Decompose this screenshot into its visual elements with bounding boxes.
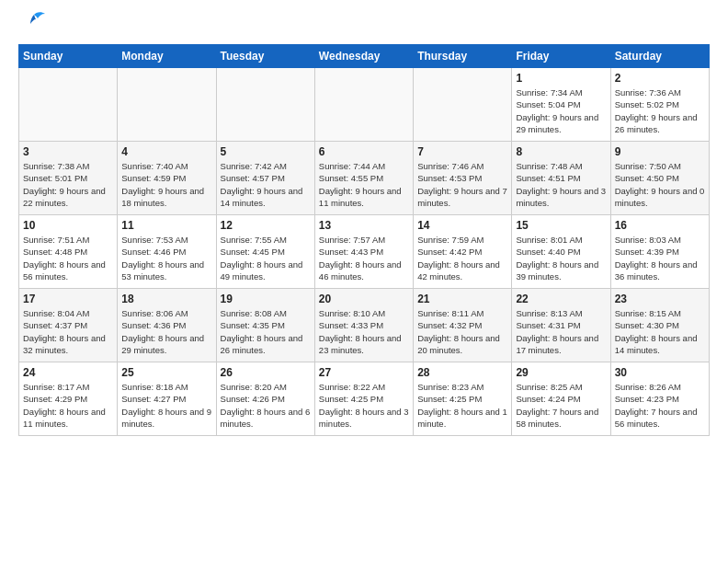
calendar-cell: 15Sunrise: 8:01 AM Sunset: 4:40 PM Dayli… xyxy=(512,215,610,289)
day-number: 9 xyxy=(615,145,705,158)
day-info: Sunrise: 7:46 AM Sunset: 4:53 PM Dayligh… xyxy=(417,160,507,209)
calendar-cell: 24Sunrise: 8:17 AM Sunset: 4:29 PM Dayli… xyxy=(19,362,118,436)
col-tuesday: Tuesday xyxy=(216,45,314,68)
day-info: Sunrise: 8:26 AM Sunset: 4:23 PM Dayligh… xyxy=(615,381,705,430)
day-info: Sunrise: 8:08 AM Sunset: 4:35 PM Dayligh… xyxy=(221,307,311,356)
calendar-cell xyxy=(216,68,314,142)
calendar-week-2: 3Sunrise: 7:38 AM Sunset: 5:01 PM Daylig… xyxy=(19,142,710,215)
calendar-cell: 6Sunrise: 7:44 AM Sunset: 4:55 PM Daylig… xyxy=(314,142,413,215)
calendar-cell: 18Sunrise: 8:06 AM Sunset: 4:36 PM Dayli… xyxy=(118,289,216,362)
day-number: 26 xyxy=(221,366,311,379)
calendar-cell: 25Sunrise: 8:18 AM Sunset: 4:27 PM Dayli… xyxy=(118,362,216,436)
calendar-cell xyxy=(314,68,413,142)
calendar-cell: 7Sunrise: 7:46 AM Sunset: 4:53 PM Daylig… xyxy=(414,142,512,215)
calendar-week-3: 10Sunrise: 7:51 AM Sunset: 4:48 PM Dayli… xyxy=(19,215,710,289)
page: Sunday Monday Tuesday Wednesday Thursday… xyxy=(0,0,728,445)
col-saturday: Saturday xyxy=(610,45,709,68)
day-number: 5 xyxy=(221,145,311,158)
day-info: Sunrise: 7:48 AM Sunset: 4:51 PM Dayligh… xyxy=(516,160,606,209)
day-info: Sunrise: 7:38 AM Sunset: 5:01 PM Dayligh… xyxy=(23,160,113,209)
day-info: Sunrise: 7:59 AM Sunset: 4:42 PM Dayligh… xyxy=(417,234,507,282)
day-number: 17 xyxy=(23,293,113,305)
day-info: Sunrise: 8:22 AM Sunset: 4:25 PM Dayligh… xyxy=(319,381,409,430)
day-info: Sunrise: 8:10 AM Sunset: 4:33 PM Dayligh… xyxy=(319,307,409,356)
day-number: 29 xyxy=(516,366,606,379)
day-number: 28 xyxy=(417,366,507,379)
day-number: 6 xyxy=(319,145,409,158)
day-number: 21 xyxy=(417,293,507,305)
day-number: 14 xyxy=(417,219,507,232)
day-number: 4 xyxy=(121,145,211,158)
calendar-cell: 10Sunrise: 7:51 AM Sunset: 4:48 PM Dayli… xyxy=(19,215,118,289)
calendar-cell: 8Sunrise: 7:48 AM Sunset: 4:51 PM Daylig… xyxy=(512,142,610,215)
calendar-table: Sunday Monday Tuesday Wednesday Thursday… xyxy=(18,44,710,436)
calendar-cell: 5Sunrise: 7:42 AM Sunset: 4:57 PM Daylig… xyxy=(216,142,314,215)
day-info: Sunrise: 8:01 AM Sunset: 4:40 PM Dayligh… xyxy=(516,234,606,282)
day-number: 15 xyxy=(516,219,606,232)
day-info: Sunrise: 7:55 AM Sunset: 4:45 PM Dayligh… xyxy=(221,234,311,282)
day-number: 22 xyxy=(516,293,606,305)
day-number: 30 xyxy=(615,366,705,379)
col-thursday: Thursday xyxy=(414,45,512,68)
day-number: 8 xyxy=(516,145,606,158)
calendar-cell: 17Sunrise: 8:04 AM Sunset: 4:37 PM Dayli… xyxy=(19,289,118,362)
calendar-cell: 23Sunrise: 8:15 AM Sunset: 4:30 PM Dayli… xyxy=(610,289,709,362)
day-info: Sunrise: 8:03 AM Sunset: 4:39 PM Dayligh… xyxy=(615,234,705,282)
calendar-cell: 11Sunrise: 7:53 AM Sunset: 4:46 PM Dayli… xyxy=(118,215,216,289)
calendar-cell: 14Sunrise: 7:59 AM Sunset: 4:42 PM Dayli… xyxy=(414,215,512,289)
day-number: 18 xyxy=(121,293,211,305)
calendar-cell: 26Sunrise: 8:20 AM Sunset: 4:26 PM Dayli… xyxy=(216,362,314,436)
day-info: Sunrise: 7:42 AM Sunset: 4:57 PM Dayligh… xyxy=(221,160,311,209)
calendar-cell xyxy=(414,68,512,142)
calendar-cell: 2Sunrise: 7:36 AM Sunset: 5:02 PM Daylig… xyxy=(610,68,709,142)
calendar-cell: 13Sunrise: 7:57 AM Sunset: 4:43 PM Dayli… xyxy=(314,215,413,289)
day-info: Sunrise: 7:34 AM Sunset: 5:04 PM Dayligh… xyxy=(516,86,606,135)
day-info: Sunrise: 7:44 AM Sunset: 4:55 PM Dayligh… xyxy=(319,160,409,209)
day-number: 1 xyxy=(516,72,606,85)
calendar-cell: 9Sunrise: 7:50 AM Sunset: 4:50 PM Daylig… xyxy=(610,142,709,215)
day-info: Sunrise: 8:20 AM Sunset: 4:26 PM Dayligh… xyxy=(221,381,311,430)
day-number: 13 xyxy=(319,219,409,232)
day-info: Sunrise: 7:57 AM Sunset: 4:43 PM Dayligh… xyxy=(319,234,409,282)
day-info: Sunrise: 8:25 AM Sunset: 4:24 PM Dayligh… xyxy=(516,381,606,430)
day-number: 24 xyxy=(23,366,113,379)
day-info: Sunrise: 7:50 AM Sunset: 4:50 PM Dayligh… xyxy=(615,160,705,209)
day-number: 19 xyxy=(221,293,311,305)
day-number: 25 xyxy=(121,366,211,379)
calendar-week-1: 1Sunrise: 7:34 AM Sunset: 5:04 PM Daylig… xyxy=(19,68,710,142)
day-number: 10 xyxy=(23,219,113,232)
calendar-week-4: 17Sunrise: 8:04 AM Sunset: 4:37 PM Dayli… xyxy=(19,289,710,362)
calendar-cell: 20Sunrise: 8:10 AM Sunset: 4:33 PM Dayli… xyxy=(314,289,413,362)
day-info: Sunrise: 7:51 AM Sunset: 4:48 PM Dayligh… xyxy=(23,234,113,282)
day-info: Sunrise: 8:04 AM Sunset: 4:37 PM Dayligh… xyxy=(23,307,113,356)
day-info: Sunrise: 8:15 AM Sunset: 4:30 PM Dayligh… xyxy=(615,307,705,356)
calendar-cell: 21Sunrise: 8:11 AM Sunset: 4:32 PM Dayli… xyxy=(414,289,512,362)
calendar-cell: 22Sunrise: 8:13 AM Sunset: 4:31 PM Dayli… xyxy=(512,289,610,362)
day-info: Sunrise: 7:53 AM Sunset: 4:46 PM Dayligh… xyxy=(121,234,211,282)
day-info: Sunrise: 8:13 AM Sunset: 4:31 PM Dayligh… xyxy=(516,307,606,356)
day-number: 3 xyxy=(23,145,113,158)
day-info: Sunrise: 7:36 AM Sunset: 5:02 PM Dayligh… xyxy=(615,86,705,135)
calendar-cell: 4Sunrise: 7:40 AM Sunset: 4:59 PM Daylig… xyxy=(118,142,216,215)
day-number: 23 xyxy=(615,293,705,305)
day-number: 27 xyxy=(319,366,409,379)
calendar-cell: 19Sunrise: 8:08 AM Sunset: 4:35 PM Dayli… xyxy=(216,289,314,362)
col-sunday: Sunday xyxy=(19,45,118,68)
col-monday: Monday xyxy=(118,45,216,68)
calendar-cell: 29Sunrise: 8:25 AM Sunset: 4:24 PM Dayli… xyxy=(512,362,610,436)
calendar-cell: 3Sunrise: 7:38 AM Sunset: 5:01 PM Daylig… xyxy=(19,142,118,215)
logo-bird-icon xyxy=(21,11,47,37)
day-info: Sunrise: 8:23 AM Sunset: 4:25 PM Dayligh… xyxy=(417,381,507,430)
day-number: 11 xyxy=(121,219,211,232)
calendar-cell: 27Sunrise: 8:22 AM Sunset: 4:25 PM Dayli… xyxy=(314,362,413,436)
calendar-cell xyxy=(118,68,216,142)
day-number: 12 xyxy=(221,219,311,232)
day-info: Sunrise: 8:06 AM Sunset: 4:36 PM Dayligh… xyxy=(121,307,211,356)
header xyxy=(18,15,710,37)
calendar-week-5: 24Sunrise: 8:17 AM Sunset: 4:29 PM Dayli… xyxy=(19,362,710,436)
col-friday: Friday xyxy=(512,45,610,68)
calendar-cell: 1Sunrise: 7:34 AM Sunset: 5:04 PM Daylig… xyxy=(512,68,610,142)
col-wednesday: Wednesday xyxy=(314,45,413,68)
day-number: 7 xyxy=(417,145,507,158)
calendar-cell: 28Sunrise: 8:23 AM Sunset: 4:25 PM Dayli… xyxy=(414,362,512,436)
